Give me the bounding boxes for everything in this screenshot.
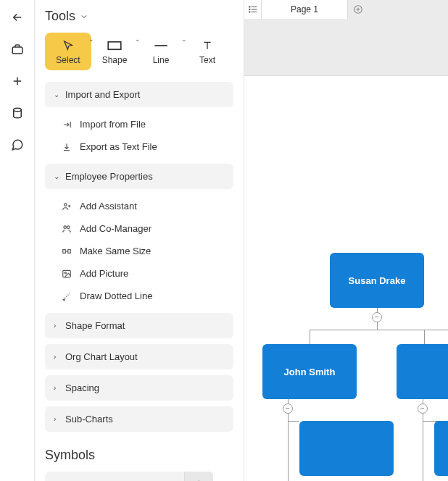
section-employee-properties[interactable]: ⌄ Employee Properties — [45, 164, 233, 189]
svg-rect-8 — [68, 249, 71, 253]
database-icon[interactable] — [10, 106, 25, 120]
item-label: Draw Dotted Line — [80, 290, 152, 301]
cursor-icon — [62, 38, 74, 54]
svg-point-5 — [64, 225, 67, 228]
add-page-button[interactable] — [348, 0, 368, 19]
symbol-search-row: More + — [45, 472, 233, 481]
canvas[interactable]: Susan Drake − John Smith − − — [244, 75, 448, 481]
chevron-right-icon: › — [54, 322, 61, 330]
add-icon[interactable] — [10, 74, 25, 88]
connector — [310, 330, 448, 330]
svg-rect-7 — [63, 249, 66, 253]
connector — [424, 330, 425, 344]
select-label: Select — [56, 55, 80, 65]
item-label: Add Picture — [80, 268, 128, 279]
chevron-down-icon: ⌄ — [54, 172, 61, 180]
connector — [423, 414, 423, 481]
svg-rect-0 — [12, 47, 22, 54]
svg-point-1 — [13, 108, 21, 112]
section-label: Shape Format — [65, 320, 125, 331]
comanager-icon — [61, 224, 72, 234]
text-icon — [202, 38, 213, 54]
tab-bar: Page 1 — [244, 0, 448, 19]
back-icon[interactable] — [10, 10, 25, 25]
section-spacing[interactable]: › Spacing — [45, 375, 233, 401]
import-icon — [61, 120, 72, 130]
import-from-file[interactable]: Import from File — [45, 113, 233, 135]
connector — [310, 330, 310, 344]
section-label: Sub-Charts — [65, 414, 113, 424]
item-label: Make Same Size — [80, 246, 151, 256]
item-label: Import from File — [80, 119, 146, 130]
line-label: Line — [153, 55, 170, 65]
shape-label: Shape — [102, 55, 128, 65]
symbols-title: Symbols — [45, 448, 233, 463]
connector — [377, 322, 378, 330]
draw-dotted-line[interactable]: Draw Dotted Line — [45, 285, 233, 307]
chevron-down-icon — [80, 12, 88, 21]
org-node-child[interactable] — [299, 421, 394, 476]
select-tool[interactable]: Select ⌄ — [45, 33, 91, 70]
section-shape-format[interactable]: › Shape Format — [45, 313, 233, 338]
org-node-child[interactable] — [434, 421, 448, 476]
tool-row: Select ⌄ Shape ⌄ Line ⌄ Text — [45, 33, 233, 70]
collapse-handle[interactable]: − — [283, 403, 293, 414]
shape-tool[interactable]: Shape ⌄ — [91, 33, 138, 70]
download-icon — [61, 142, 72, 152]
section-import-export[interactable]: ⌄ Import and Export — [45, 82, 233, 107]
outline-button[interactable] — [244, 0, 262, 19]
canvas-area: Page 1 Susan Drake − John Smith − − — [244, 0, 448, 481]
assistant-icon — [61, 201, 72, 212]
node-label: John Smith — [284, 367, 336, 377]
chat-icon[interactable] — [10, 138, 25, 152]
line-tool[interactable]: Line ⌄ — [138, 33, 184, 70]
tools-panel: Tools Select ⌄ Shape ⌄ Line ⌄ — [35, 0, 244, 481]
svg-point-12 — [249, 7, 249, 7]
text-label: Text — [199, 55, 215, 65]
svg-point-14 — [249, 12, 249, 12]
add-comanager[interactable]: Add Co-Manager — [45, 217, 233, 240]
plus-circle-icon — [353, 4, 363, 14]
dotted-line-icon — [61, 291, 72, 301]
left-rail — [0, 0, 35, 481]
collapse-handle[interactable]: − — [372, 312, 382, 322]
org-node-root[interactable]: Susan Drake — [330, 253, 424, 308]
text-tool[interactable]: Text — [184, 33, 231, 70]
toolbox-icon[interactable] — [10, 42, 25, 57]
section-label: Employee Properties — [65, 171, 153, 182]
svg-point-13 — [249, 9, 249, 9]
item-label: Add Co-Manager — [80, 223, 152, 234]
svg-rect-2 — [108, 42, 121, 50]
section-label: Import and Export — [65, 89, 140, 100]
chevron-right-icon: › — [54, 415, 61, 423]
rectangle-icon — [107, 38, 123, 54]
make-same-size[interactable]: Make Same Size — [45, 240, 233, 262]
export-as-text[interactable]: Export as Text File — [45, 135, 233, 158]
same-size-icon — [61, 246, 72, 256]
panel-title[interactable]: Tools — [45, 9, 233, 24]
add-picture[interactable]: Add Picture — [45, 262, 233, 285]
symbol-search-button[interactable] — [184, 472, 213, 481]
symbol-search-input[interactable] — [45, 472, 184, 481]
collapse-handle[interactable]: − — [418, 403, 428, 414]
connector — [288, 421, 299, 422]
list-icon — [248, 4, 258, 14]
item-label: Add Assistant — [80, 201, 137, 212]
svg-point-6 — [67, 225, 70, 228]
search-wrap — [45, 472, 213, 481]
org-node-child[interactable] — [397, 344, 448, 399]
picture-icon — [61, 269, 72, 279]
section-sub-charts[interactable]: › Sub-Charts — [45, 406, 233, 432]
org-node-child[interactable]: John Smith — [262, 344, 357, 399]
employee-properties-items: Add Assistant Add Co-Manager Make Same S… — [45, 195, 233, 307]
connector — [288, 414, 289, 481]
chevron-down-icon: ⌄ — [54, 91, 61, 99]
add-assistant[interactable]: Add Assistant — [45, 195, 233, 217]
section-label: Org Chart Layout — [65, 351, 138, 362]
svg-point-4 — [65, 203, 67, 206]
item-label: Export as Text File — [80, 141, 157, 152]
svg-point-10 — [65, 272, 66, 273]
section-org-chart-layout[interactable]: › Org Chart Layout — [45, 344, 233, 369]
chevron-right-icon: › — [54, 384, 61, 392]
tab-page-1[interactable]: Page 1 — [262, 0, 348, 19]
